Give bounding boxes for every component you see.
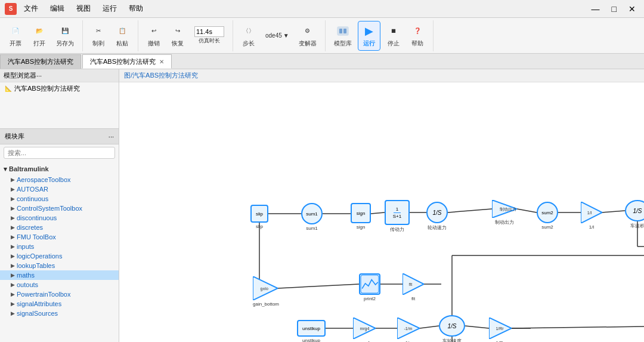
model-browser-item[interactable]: 📐 汽车ABS控制方法研究 <box>0 82 119 95</box>
block-label-gain_bottom: gain_bottom <box>253 301 278 307</box>
saveas-button[interactable]: 💾 另存为 <box>52 21 78 50</box>
block-制动出力[interactable]: 制动出力 <box>492 200 517 218</box>
open-icon: 📂 <box>32 24 47 38</box>
svg-rect-2 <box>343 29 346 33</box>
lib-menu-icon[interactable]: ··· <box>109 133 114 140</box>
minimize-button[interactable]: — <box>588 4 603 14</box>
lib-tree: ▾ Baltramulink ▶AerospaceToolbox▶AUTOSAR… <box>0 161 119 342</box>
toolbar-group-edit: ✂ 制剥 📋 粘贴 <box>88 20 138 51</box>
sim-time-input-group[interactable]: 仿真时长 <box>191 24 228 47</box>
lib-tree-item-inputs[interactable]: ▶inputs <box>0 242 119 251</box>
lib-tree-item-continuous[interactable]: ▶continuous <box>0 194 119 204</box>
solver-settings-button[interactable]: ⚙ 变解器 <box>295 21 320 50</box>
model-browser-panel: 模型浏览器 ··· 📐 汽车ABS控制方法研究 <box>0 69 119 129</box>
lib-tree-item-signalattributes[interactable]: ▶signalAttributes <box>0 299 119 309</box>
menu-file[interactable]: 文件 <box>21 2 41 15</box>
lib-tree-item-fmu toolbox[interactable]: ▶FMU ToolBox <box>0 232 119 242</box>
breadcrumb: 图/汽车ABS控制方法研究 <box>119 69 644 82</box>
menu-view[interactable]: 视图 <box>74 2 93 15</box>
svg-text:1/l: 1/l <box>587 211 592 215</box>
stepsize-button[interactable]: 〈〉 步长 <box>238 21 259 50</box>
svg-line-10 <box>602 211 625 212</box>
open-button[interactable]: 📂 打开 <box>29 21 50 50</box>
lib-tree-item-controlsystemtoolbox[interactable]: ▶ControlSystemToolbox <box>0 204 119 213</box>
tab-close-icon[interactable]: ✕ <box>159 58 164 65</box>
connection-lines-svg <box>119 82 644 342</box>
block-车速积[interactable]: 1/S <box>625 200 644 221</box>
block-unstlkup[interactable]: unstlkup <box>297 320 326 337</box>
block-label-print2: print2 <box>359 296 380 301</box>
block-print2[interactable] <box>359 273 380 295</box>
lib-tree-item-discretes[interactable]: ▶discretes <box>0 223 119 232</box>
svg-text:g±lo: g±lo <box>261 286 268 291</box>
block-gain_bottom[interactable]: g±lo <box>253 276 278 300</box>
lib-tree-item-discontinuous[interactable]: ▶discontinuous <box>0 213 119 223</box>
lib-tree-item-powertraintoolbox[interactable]: ▶PowertrainToolbox <box>0 289 119 299</box>
close-button[interactable]: ✕ <box>625 4 639 14</box>
undo-icon: ↩ <box>147 24 161 38</box>
block-label-传动力: 传动力 <box>385 226 410 233</box>
lib-tree-item-logicoperations[interactable]: ▶logicOperations <box>0 251 119 261</box>
block-车轮速度[interactable]: 1/S <box>439 315 465 337</box>
model-browser-menu-icon[interactable]: ··· <box>36 72 42 79</box>
sidebar: 模型浏览器 ··· 📐 汽车ABS控制方法研究 模块库 ··· ▾ Baltra… <box>0 69 119 342</box>
canvas-area: 图/汽车ABS控制方法研究 <box>119 69 644 342</box>
svg-marker-40 <box>402 273 424 295</box>
help-button[interactable]: ❓ 帮助 <box>407 21 428 50</box>
toolbar-group-run: 模型库 ▶ 运行 ⏹ 停止 ❓ 帮助 <box>330 20 434 51</box>
lib-tree-item-signalsources[interactable]: ▶signalSources <box>0 309 119 318</box>
block-sum1[interactable]: sum1 <box>301 203 323 224</box>
lib-tree-root[interactable]: ▾ Baltramulink <box>0 164 119 175</box>
main-area: 模型浏览器 ··· 📐 汽车ABS控制方法研究 模块库 ··· ▾ Baltra… <box>0 69 644 342</box>
block-label-车轮速度: 车轮速度 <box>439 338 465 342</box>
model-browser-header: 模型浏览器 ··· <box>0 69 119 82</box>
menu-help[interactable]: 帮助 <box>126 2 145 15</box>
lib-tree-item-autosar[interactable]: ▶AUTOSAR <box>0 184 119 194</box>
simulink-canvas[interactable]: slipslipsum1sum1signsign传动力1S+1轮动速力1/S制动… <box>119 82 644 342</box>
lib-tree-item-outouts[interactable]: ▶outouts <box>0 280 119 289</box>
cut-button[interactable]: ✂ 制剥 <box>88 21 109 50</box>
block-1/Rr[interactable]: 1/Rr <box>489 318 512 339</box>
maximize-button[interactable]: □ <box>608 4 620 14</box>
block-mrg4[interactable]: mrg4 <box>353 318 376 339</box>
solver-select[interactable]: ode45 ▼ <box>262 30 293 41</box>
lib-tree-item-lookuptables[interactable]: ▶lookupTables <box>0 261 119 270</box>
lib-tree-item-aerospacetoolbox[interactable]: ▶AerospaceToolbox <box>0 175 119 184</box>
sim-time-input[interactable] <box>194 26 224 37</box>
menu-run[interactable]: 运行 <box>100 2 119 15</box>
block-sum2[interactable]: sum2 <box>537 202 558 223</box>
redo-button[interactable]: ↪ 恢复 <box>167 21 188 50</box>
block-传动力[interactable]: 1S+1 <box>385 200 410 225</box>
new-button[interactable]: 📄 开票 <box>5 21 26 50</box>
block-label-slip: slip <box>250 224 268 229</box>
block-label-车速积: 车速积 <box>625 223 644 229</box>
block-sign[interactable]: sign <box>351 203 371 223</box>
svg-text:-1/m: -1/m <box>404 326 412 331</box>
lib-tree-item-maths[interactable]: ▶maths <box>0 270 119 280</box>
menu-edit[interactable]: 编辑 <box>48 2 67 15</box>
cut-icon: ✂ <box>91 24 106 38</box>
tab-0[interactable]: 汽车ABS控制方法研究 <box>0 54 81 69</box>
block-label-flt: flt <box>402 296 424 301</box>
tab-1[interactable]: 汽车ABS控制方法研究 ✕ <box>82 54 172 69</box>
toolbar: 📄 开票 📂 打开 💾 另存为 ✂ 制剥 📋 粘贴 ↩ 撤销 ↪ 恢复 <box>0 18 644 54</box>
stop-icon: ⏹ <box>386 24 401 38</box>
library-button[interactable]: 模型库 <box>330 21 355 50</box>
block-label-轮动速力: 轮动速力 <box>426 224 448 231</box>
block-轮动速力[interactable]: 1/S <box>426 202 448 223</box>
stepsize-icon: 〈〉 <box>242 24 256 38</box>
block-1/l[interactable]: 1/l <box>581 202 602 223</box>
toolbar-group-solver: 〈〉 步长 ode45 ▼ ⚙ 变解器 <box>238 20 326 51</box>
menu-bar: 文件 编辑 视图 运行 帮助 <box>21 2 145 15</box>
block-flt[interactable]: flt <box>402 273 424 295</box>
svg-text:mrg4: mrg4 <box>360 326 369 331</box>
block--1/m[interactable]: -1/m <box>397 318 420 339</box>
block-slip[interactable]: slip <box>250 205 268 223</box>
undo-button[interactable]: ↩ 撤销 <box>143 21 165 50</box>
lib-search-input[interactable] <box>4 147 115 159</box>
lib-panel: 模块库 ··· ▾ Baltramulink ▶AerospaceToolbox… <box>0 129 119 342</box>
toolbar-group-file: 📄 开票 📂 打开 💾 另存为 <box>5 20 83 51</box>
run-button[interactable]: ▶ 运行 <box>358 21 380 51</box>
stop-button[interactable]: ⏹ 停止 <box>383 21 404 50</box>
copy-button[interactable]: 📋 粘贴 <box>112 21 133 50</box>
